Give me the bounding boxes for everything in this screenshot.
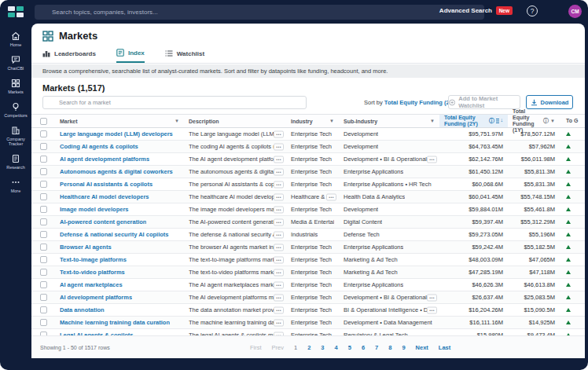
more-icon[interactable]: •••	[274, 218, 284, 225]
row-checkbox[interactable]	[40, 130, 47, 137]
more-icon[interactable]: •••	[274, 193, 284, 200]
sort-descending-icon[interactable]	[496, 118, 503, 124]
table-row[interactable]: Coding AI agents & copilots The coding A…	[31, 141, 585, 153]
table-row[interactable]: AI-powered content generation The AI-pow…	[31, 216, 585, 229]
table-row[interactable]: Personal AI assistants & copilots The pe…	[31, 178, 585, 191]
market-link[interactable]: AI development platforms	[60, 294, 132, 301]
market-search-input[interactable]	[42, 96, 307, 109]
table-row[interactable]: Text-to-image platforms The text-to-imag…	[31, 254, 585, 266]
row-checkbox[interactable]	[40, 231, 47, 238]
market-link[interactable]: Autonomous agents & digital coworkers	[60, 168, 173, 175]
column-header-funding-1y[interactable]: Total Equity Funding (1Y) ⓘ ▼	[508, 115, 560, 127]
sidebar-item-more[interactable]: More	[0, 178, 31, 194]
market-link[interactable]: Text-to-image platforms	[60, 256, 127, 263]
more-icon[interactable]: •••	[274, 269, 284, 276]
more-icon[interactable]: •••	[274, 156, 284, 163]
more-icon[interactable]: •••	[427, 306, 437, 313]
table-row[interactable]: AI development platforms The AI developm…	[31, 291, 585, 304]
pagination-item[interactable]: First	[250, 344, 262, 351]
download-button[interactable]: Download	[526, 95, 573, 109]
more-icon[interactable]: •••	[274, 294, 284, 301]
more-icon[interactable]: •••	[274, 206, 284, 213]
more-icon[interactable]: •••	[274, 281, 284, 288]
table-row[interactable]: Data annotation The data annotation mark…	[31, 304, 585, 317]
row-checkbox[interactable]	[40, 256, 47, 263]
row-checkbox[interactable]	[40, 181, 47, 188]
table-row[interactable]: Large language model (LLM) developers Th…	[31, 128, 585, 141]
more-icon[interactable]: •••	[274, 181, 284, 188]
sort-caret-icon[interactable]: ▼	[175, 119, 179, 123]
more-icon[interactable]: •••	[274, 319, 284, 326]
sidebar-item-markets[interactable]: Markets	[0, 79, 31, 95]
column-header-sub-industry[interactable]: Sub-Industry ▼	[339, 115, 439, 127]
row-checkbox[interactable]	[40, 319, 47, 326]
row-checkbox[interactable]	[40, 193, 47, 200]
help-icon[interactable]: ?	[527, 5, 538, 16]
tab-index[interactable]: Index	[116, 47, 145, 63]
market-link[interactable]: Machine learning training data curation	[60, 319, 170, 326]
sort-caret-icon[interactable]: ▼	[430, 119, 435, 123]
table-row[interactable]: Autonomous agents & digital coworkers Th…	[31, 166, 585, 178]
row-checkbox[interactable]	[40, 269, 47, 276]
pagination-item[interactable]: 2	[307, 344, 311, 351]
pagination-item[interactable]: 9	[402, 344, 405, 351]
column-header-market[interactable]: Market ▼	[55, 115, 184, 127]
more-icon[interactable]: •••	[274, 143, 284, 150]
table-row[interactable]: Healthcare AI model developers The healt…	[31, 191, 585, 203]
sort-caret-icon[interactable]: ▼	[329, 119, 334, 123]
pagination-item[interactable]: 5	[348, 344, 351, 351]
select-all-checkbox[interactable]	[40, 118, 47, 125]
table-row[interactable]: Browser AI agents The browser AI agents …	[31, 241, 585, 254]
table-row[interactable]: Image model developers The image model d…	[31, 203, 585, 216]
table-row[interactable]: Machine learning training data curation …	[31, 317, 585, 329]
table-row[interactable]: Legal AI agents & copilots The legal AI …	[31, 329, 585, 335]
market-link[interactable]: Data annotation	[60, 306, 105, 313]
more-icon[interactable]: •••	[274, 231, 284, 238]
market-link[interactable]: Defense & national security AI copilots	[60, 231, 169, 238]
info-icon[interactable]: ⓘ	[489, 117, 494, 125]
cbinsights-logo-icon[interactable]	[8, 6, 24, 17]
table-row[interactable]: AI agent marketplaces The AI agent marke…	[31, 279, 585, 291]
add-to-watchlist-button[interactable]: Add to Market Watchlist	[448, 95, 520, 109]
row-checkbox[interactable]	[40, 143, 47, 150]
sort-caret-icon[interactable]: ▼	[550, 119, 555, 123]
sidebar-item-home[interactable]: Home	[0, 31, 31, 48]
pagination-item[interactable]: 8	[388, 344, 391, 351]
row-checkbox[interactable]	[40, 294, 47, 301]
global-search-input[interactable]	[35, 5, 484, 20]
market-link[interactable]: AI agent marketplaces	[60, 281, 123, 288]
advanced-search-link[interactable]: Advanced Search	[439, 7, 492, 14]
row-checkbox[interactable]	[40, 206, 47, 213]
column-header-growth[interactable]: To G	[560, 115, 585, 127]
more-icon[interactable]: •••	[427, 294, 437, 301]
pagination-item[interactable]: 7	[375, 344, 378, 351]
pagination-item[interactable]: Next	[416, 344, 428, 351]
market-link[interactable]: Large language model (LLM) developers	[60, 130, 173, 137]
column-header-industry[interactable]: Industry ▼	[286, 115, 339, 127]
more-icon[interactable]: •••	[274, 256, 284, 263]
market-link[interactable]: Text-to-video platforms	[60, 269, 125, 276]
row-checkbox[interactable]	[40, 218, 47, 225]
tab-leaderboards[interactable]: Leaderboards	[42, 47, 96, 63]
row-checkbox[interactable]	[40, 306, 47, 313]
sort-by-dropdown[interactable]: Sort by Total Equity Funding (2Y) ⌄	[364, 99, 461, 106]
market-link[interactable]: AI-powered content generation	[60, 218, 146, 225]
pagination-item[interactable]: Last	[439, 344, 450, 351]
table-row[interactable]: AI agent development platforms The AI ag…	[31, 153, 585, 166]
pagination-item[interactable]: 4	[335, 344, 338, 351]
sidebar-item-competitors[interactable]: Competitors	[0, 102, 31, 119]
column-header-funding-2y[interactable]: Total Equity Funding (2Y) ⓘ	[439, 115, 508, 127]
market-link[interactable]: Healthcare AI model developers	[60, 193, 149, 200]
row-checkbox[interactable]	[40, 168, 47, 175]
tab-watchlist[interactable]: Watchlist	[165, 47, 204, 63]
sidebar-item-research[interactable]: Research	[0, 154, 31, 170]
market-link[interactable]: AI agent development platforms	[60, 156, 149, 163]
table-row[interactable]: Defense & national security AI copilots …	[31, 229, 585, 241]
pagination-item[interactable]: Prev	[272, 344, 284, 351]
user-avatar[interactable]: CM	[568, 5, 582, 18]
market-link[interactable]: Image model developers	[60, 206, 129, 213]
sidebar-item-chatcbi[interactable]: ChatCBI	[0, 55, 31, 71]
sidebar-item-company-tracker[interactable]: Company Tracker	[0, 126, 31, 148]
more-icon[interactable]: •••	[274, 168, 284, 175]
table-row[interactable]: Text-to-video platforms The text-to-vide…	[31, 266, 585, 279]
